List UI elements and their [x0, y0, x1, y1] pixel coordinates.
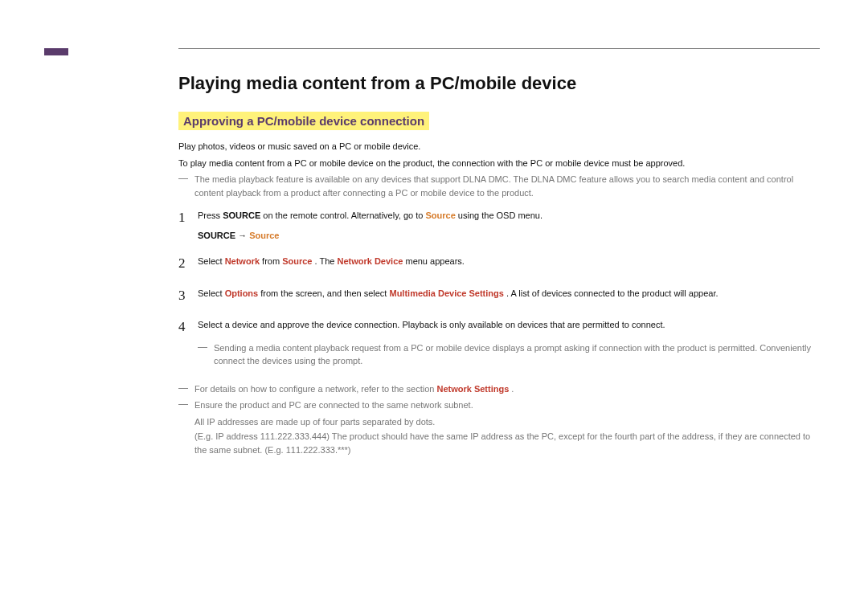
steps-list: 1 Press SOURCE on the remote control. Al…	[178, 207, 820, 371]
step-2: 2 Select Network from Source . The Netwo…	[178, 253, 820, 274]
footer-note-2: Ensure the product and PC are connected …	[178, 398, 820, 412]
step-body: Select Network from Source . The Network…	[198, 253, 820, 268]
step-3: 3 Select Options from the screen, and th…	[178, 285, 820, 306]
footer-note-1: For details on how to configure a networ…	[178, 382, 820, 396]
step-number: 3	[178, 285, 198, 306]
footer-sub-2: (E.g. IP address 111.222.333.444) The pr…	[194, 430, 820, 456]
step-body: Select Options from the screen, and then…	[198, 285, 820, 300]
intro-line-1: Play photos, videos or music saved on a …	[178, 140, 820, 153]
step-number: 4	[178, 317, 198, 337]
section-heading: Approving a PC/mobile device connection	[178, 112, 429, 130]
step-number: 1	[178, 207, 198, 228]
step-number: 2	[178, 253, 198, 274]
step-body: Select a device and approve the device c…	[198, 317, 820, 371]
step-1: 1 Press SOURCE on the remote control. Al…	[178, 207, 820, 242]
step-4: 4 Select a device and approve the device…	[178, 317, 820, 371]
intro-line-2: To play media content from a PC or mobil…	[178, 157, 820, 170]
intro-note: The media playback feature is available …	[178, 173, 820, 199]
step-4-note: Sending a media content playback request…	[198, 341, 820, 368]
horizontal-rule	[178, 48, 820, 49]
chapter-side-tab	[44, 48, 68, 55]
footer-sub-1: All IP addresses are made up of four par…	[194, 415, 820, 429]
content-area: Playing media content from a PC/mobile d…	[178, 48, 820, 456]
step-body: Press SOURCE on the remote control. Alte…	[198, 207, 820, 242]
step-1-path: SOURCE → Source	[198, 229, 820, 243]
page-title: Playing media content from a PC/mobile d…	[178, 73, 820, 94]
